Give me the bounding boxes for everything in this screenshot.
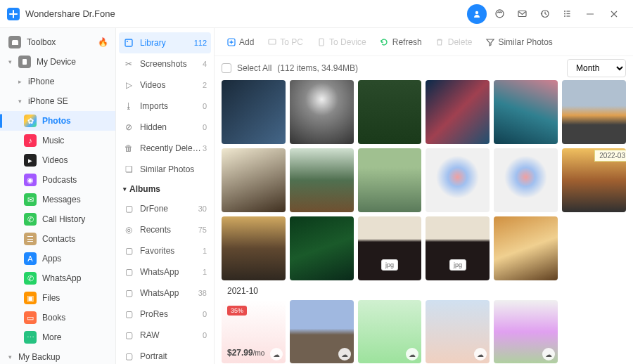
library-icon — [123, 38, 134, 48]
chevron-down-icon: ▾ — [8, 353, 15, 360]
sidebar-my-device[interactable]: ▾ My Device — [0, 52, 115, 72]
album-drfone[interactable]: ▢ DrFone 30 — [116, 198, 214, 219]
to-device-icon — [316, 37, 326, 47]
image-icon: ▢ — [123, 309, 134, 319]
photo-grid-wrap[interactable]: jpg jpg 2021-10 35% $27.99/mo ☁ ☁ ☁ ☁ ☁ — [215, 80, 633, 364]
sidebar-item-files[interactable]: ▣ Files — [0, 288, 115, 308]
sidebar-item-music[interactable]: ♪ Music — [0, 131, 115, 150]
menu-icon[interactable] — [557, 4, 577, 24]
album-portrait[interactable]: ▢ Portrait — [116, 346, 214, 364]
similar-photos-button[interactable]: Similar Photos — [480, 34, 556, 50]
filter-icon — [485, 37, 495, 47]
sidebar-iphone-se[interactable]: ▾ iPhone SE — [0, 91, 115, 111]
photo-thumb[interactable] — [426, 80, 490, 144]
sidebar-item-podcasts[interactable]: ◉ Podcasts — [0, 170, 115, 190]
mail-icon[interactable] — [512, 4, 532, 24]
to-device-button[interactable]: To Device — [312, 34, 371, 50]
category-list: Library 112 ✂ Screenshots 4 ▷ Videos 2 ⭳… — [116, 28, 215, 364]
album-favorites[interactable]: ▢ Favorites 1 — [116, 240, 214, 261]
eye-off-icon: ⊘ — [123, 122, 134, 132]
cat-imports[interactable]: ⭳ Imports 0 — [116, 96, 214, 117]
sidebar-item-callhistory[interactable]: ✆ Call History — [0, 209, 115, 229]
album-whatsapp-2[interactable]: ▢ WhatsApp 38 — [116, 282, 214, 304]
album-prores[interactable]: ▢ ProRes 0 — [116, 304, 214, 325]
cat-recently-deleted[interactable]: 🗑 Recently Delet… 3 — [116, 138, 214, 159]
cat-library[interactable]: Library 112 — [119, 32, 211, 53]
account-icon[interactable] — [467, 4, 487, 24]
group-select[interactable]: Month — [567, 59, 626, 77]
cat-screenshots[interactable]: ✂ Screenshots 4 — [116, 53, 214, 74]
sidebar-item-videos[interactable]: ▸ Videos — [0, 150, 115, 170]
files-icon: ▣ — [24, 292, 37, 304]
album-recents[interactable]: ◎ Recents 75 — [116, 219, 214, 240]
sidebar-item-contacts[interactable]: ☰ Contacts — [0, 229, 115, 249]
photo-thumb[interactable] — [222, 80, 286, 144]
chevron-down-icon: ▾ — [8, 58, 15, 65]
photo-thumb[interactable]: jpg — [358, 216, 422, 280]
photo-thumb[interactable] — [358, 80, 422, 144]
cat-similar-photos[interactable]: ❏ Similar Photos — [116, 159, 214, 180]
refresh-button[interactable]: Refresh — [375, 34, 426, 50]
cat-videos[interactable]: ▷ Videos 2 — [116, 74, 214, 96]
sidebar-toolbox[interactable]: Toolbox 🔥 — [0, 32, 115, 52]
close-button[interactable] — [602, 4, 626, 24]
history-icon[interactable] — [535, 4, 554, 24]
sidebar-item-more[interactable]: ⋯ More — [0, 327, 115, 347]
photo-thumb[interactable] — [426, 148, 490, 212]
apps-icon: A — [24, 252, 37, 265]
delete-button[interactable]: Delete — [430, 34, 477, 50]
svg-rect-16 — [319, 39, 324, 46]
photo-thumb[interactable] — [290, 80, 354, 144]
photo-thumb[interactable]: ☁ — [290, 300, 354, 364]
image-icon: ▢ — [123, 351, 134, 361]
sidebar-item-whatsapp[interactable]: ✆ WhatsApp — [0, 268, 115, 288]
select-all-checkbox[interactable] — [222, 63, 231, 73]
image-icon: ▢ — [123, 288, 134, 298]
cat-hidden[interactable]: ⊘ Hidden 0 — [116, 117, 214, 138]
sidebar-item-messages[interactable]: ✉ Messages — [0, 190, 115, 209]
add-button[interactable]: Add — [222, 34, 258, 50]
photo-thumb[interactable] — [222, 148, 286, 212]
album-raw[interactable]: ▢ RAW 0 — [116, 325, 214, 346]
messages-icon: ✉ — [24, 193, 37, 206]
photo-thumb[interactable] — [358, 148, 422, 212]
sidebar-item-books[interactable]: ▭ Books — [0, 308, 115, 327]
photo-thumb[interactable] — [494, 216, 558, 280]
sidebar-iphone[interactable]: ▸ iPhone — [0, 72, 115, 91]
photo-thumb[interactable]: ☁ — [426, 300, 490, 364]
cloud-icon[interactable]: ☁ — [542, 348, 555, 360]
photo-thumb[interactable]: ☁ — [358, 300, 422, 364]
minimize-button[interactable] — [578, 4, 602, 24]
svg-rect-5 — [566, 11, 570, 11]
photo-thumb[interactable] — [290, 148, 354, 212]
sidebar-item-apps[interactable]: A Apps — [0, 249, 115, 268]
cloud-icon[interactable]: ☁ — [406, 348, 418, 360]
support-icon[interactable] — [490, 4, 509, 24]
photo-thumb[interactable] — [494, 148, 558, 212]
albums-header[interactable]: ▾ Albums — [116, 180, 214, 198]
photo-thumb[interactable] — [494, 80, 558, 144]
svg-rect-11 — [23, 59, 27, 65]
sidebar-item-photos[interactable]: ✿ Photos — [0, 111, 115, 131]
photo-thumb[interactable]: ☁ — [494, 300, 558, 364]
to-pc-button[interactable]: To PC — [262, 34, 307, 50]
photo-thumb[interactable]: jpg — [426, 216, 490, 280]
cloud-icon[interactable]: ☁ — [338, 348, 351, 360]
svg-rect-10 — [587, 13, 594, 14]
image-icon: ▢ — [123, 267, 134, 277]
photo-thumb-ad[interactable]: 35% $27.99/mo ☁ — [222, 300, 286, 364]
toolbar: Add To PC To Device Refresh Delete Simil… — [215, 28, 633, 56]
cloud-icon[interactable]: ☁ — [270, 348, 283, 360]
contacts-icon: ☰ — [24, 233, 37, 245]
svg-rect-12 — [125, 39, 132, 46]
more-icon: ⋯ — [24, 331, 37, 344]
sidebar-my-backup[interactable]: ▾ My Backup — [0, 347, 115, 364]
photo-thumb[interactable] — [562, 148, 626, 212]
photo-thumb[interactable] — [222, 216, 286, 280]
image-icon: ▢ — [123, 330, 134, 340]
cloud-icon[interactable]: ☁ — [474, 348, 487, 360]
album-whatsapp-1[interactable]: ▢ WhatsApp 1 — [116, 261, 214, 282]
photo-thumb[interactable] — [562, 80, 626, 144]
photo-thumb[interactable] — [290, 216, 354, 280]
svg-point-6 — [564, 13, 565, 15]
